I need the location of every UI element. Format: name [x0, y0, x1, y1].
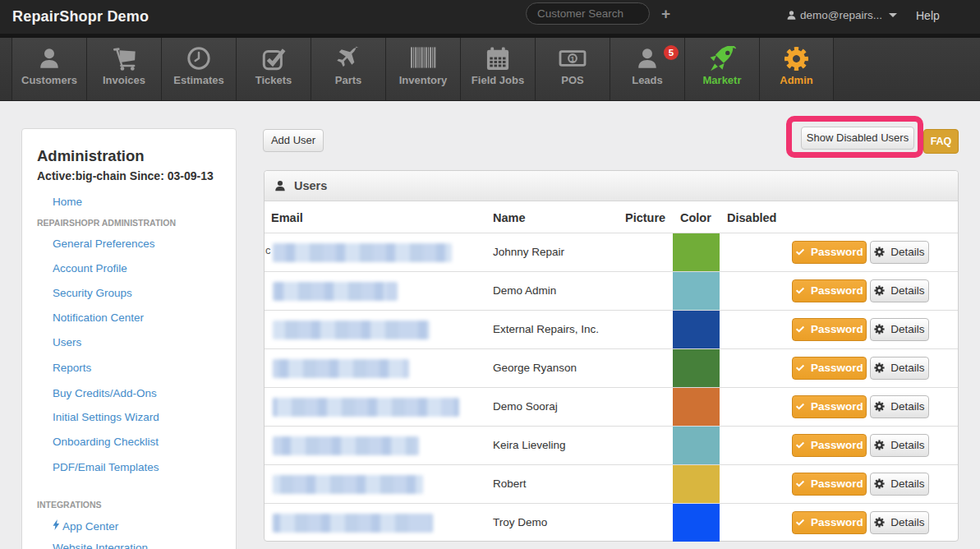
svg-text:1: 1	[570, 54, 575, 63]
